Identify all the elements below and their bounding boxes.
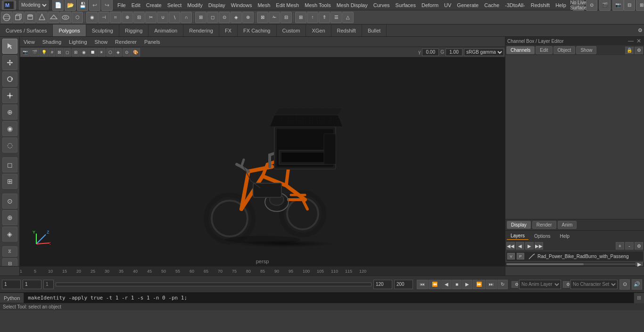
step-fwd-btn[interactable]: ⏩ <box>473 280 485 289</box>
ch-tab-object[interactable]: Object <box>553 46 576 54</box>
vp-lighting-btn[interactable]: ☀ <box>98 48 105 57</box>
menu-modify[interactable]: Modify <box>184 2 205 8</box>
layer-scrollbar-thumb[interactable] <box>506 263 584 265</box>
vp-menu-shading[interactable]: Shading <box>41 39 63 45</box>
vp-gamma-input[interactable] <box>422 49 439 56</box>
layer-scroll-right-btn[interactable]: ▶ <box>636 262 643 266</box>
ipr-icon[interactable]: 📷 <box>612 0 624 11</box>
tab-redshift[interactable]: Redshift <box>331 24 362 36</box>
menu-generate[interactable]: Generate <box>454 2 481 8</box>
target-weld-icon[interactable]: ⊙ <box>219 12 230 23</box>
toggle-normals-icon[interactable]: ⇑ <box>319 12 330 23</box>
vp-colorspace-select[interactable]: sRGB gamma <box>464 49 504 56</box>
vp-xray-btn[interactable]: ⊠ <box>56 48 63 57</box>
sphere-icon[interactable] <box>1 12 12 23</box>
tab-polygons[interactable]: Polygons <box>53 24 86 36</box>
menu-edit[interactable]: Edit <box>129 2 143 8</box>
vp-wireframe-btn[interactable]: ⊞ <box>72 48 80 57</box>
current-frame-input[interactable] <box>2 280 21 289</box>
panel-minimize-btn[interactable]: — <box>627 38 635 44</box>
layer-edit-btn[interactable] <box>528 252 536 260</box>
redo-icon[interactable]: ↪ <box>101 0 113 11</box>
gear-tab-icon[interactable]: ⚙ <box>636 24 644 36</box>
anim-layer-select[interactable]: No Anim Layer <box>519 280 561 289</box>
vp-menu-show[interactable]: Show <box>93 39 110 45</box>
undo-icon[interactable]: ↩ <box>89 0 100 11</box>
paint-tool-btn[interactable]: ◌ <box>2 138 17 153</box>
select-tool-btn[interactable] <box>2 39 17 54</box>
display-tab-render[interactable]: Render <box>532 221 556 229</box>
layer-add-btn[interactable]: + <box>616 242 624 250</box>
command-help-btn[interactable]: ⊞ <box>634 293 644 303</box>
layer-visibility-btn[interactable]: V <box>507 253 515 259</box>
workspace-selector[interactable]: Modeling <box>19 0 49 10</box>
cylinder-icon[interactable] <box>25 12 36 23</box>
display-tab-display[interactable]: Display <box>507 221 531 229</box>
snap-icon[interactable]: ⊙ <box>586 0 597 11</box>
extrude-icon[interactable]: ⊕ <box>122 12 133 23</box>
play-back-btn[interactable]: ◀ <box>441 280 452 289</box>
vp-menu-view[interactable]: View <box>22 39 37 45</box>
menu-help[interactable]: Help <box>553 2 569 8</box>
cleanup-icon[interactable]: ☰ <box>330 12 342 23</box>
play-fwd-btn[interactable]: ▶ <box>462 280 472 289</box>
uv-cut-icon[interactable]: ✁ <box>269 12 280 23</box>
vp-select-obj-btn[interactable]: ⬡ <box>107 48 114 57</box>
fill-hole-icon[interactable]: ◻ <box>207 12 218 23</box>
vp-film-btn[interactable]: 🎬 <box>30 48 39 57</box>
vp-select-comp-btn[interactable]: ◈ <box>115 48 122 57</box>
char-set-extra-btn[interactable]: ⊙ <box>619 279 630 290</box>
menu-mesh-display[interactable]: Mesh Display <box>334 2 371 8</box>
live-surface-btn[interactable]: No Live Surface <box>573 0 584 11</box>
vp-viewport-renderers[interactable]: 🎨 <box>131 48 140 57</box>
vp-grid-btn[interactable]: # <box>49 48 55 57</box>
layer-playback-btn[interactable]: P <box>517 253 524 259</box>
menu-cache[interactable]: Cache <box>481 2 502 8</box>
smooth-icon[interactable]: ◉ <box>86 12 98 23</box>
vp-isolate-btn[interactable]: ⊙ <box>123 48 131 57</box>
connect-icon[interactable]: ⊞ <box>195 12 206 23</box>
ch-tab-show[interactable]: Show <box>576 46 596 54</box>
playback-slider[interactable] <box>56 283 372 286</box>
universal-tool-btn[interactable]: ⊕ <box>2 105 17 120</box>
vp-display-btn[interactable]: ◻ <box>64 48 71 57</box>
playback-end-input[interactable] <box>394 280 413 289</box>
tab-xgen[interactable]: XGen <box>306 24 331 36</box>
menu-redshift[interactable]: Redshift <box>528 2 553 8</box>
menu-mesh-tools[interactable]: Mesh Tools <box>302 2 333 8</box>
snap-curve-btn[interactable]: ⊕ <box>2 210 17 225</box>
uv-unfold-icon[interactable]: ⊠ <box>257 12 268 23</box>
layer-nav-back-btn[interactable]: ◀ <box>516 242 524 250</box>
layer-settings-btn[interactable]: ⚙ <box>635 242 643 250</box>
render-icon[interactable]: 🎬 <box>599 0 611 11</box>
loop-btn[interactable]: ↻ <box>497 280 508 289</box>
char-set-sound-btn[interactable]: 🔊 <box>632 279 642 290</box>
layer-nav-prev-btn[interactable]: ◀◀ <box>506 242 515 250</box>
move-tool-btn[interactable] <box>2 55 17 70</box>
menu-file[interactable]: File <box>115 2 129 8</box>
layer-tab-options[interactable]: Options <box>530 233 554 240</box>
viewport-canvas[interactable]: persp Z X Y <box>20 57 505 266</box>
vp-gain-input[interactable] <box>446 49 462 56</box>
ch-settings-btn[interactable]: ⚙ <box>635 47 643 54</box>
bevel-icon[interactable]: ⌗ <box>110 12 121 23</box>
bool-union-icon[interactable]: ∪ <box>157 12 168 23</box>
character-set-select[interactable]: No Character Set <box>570 280 618 289</box>
save-file-icon[interactable]: 💾 <box>77 0 88 11</box>
layer-nav-next-btn[interactable]: ▶▶ <box>535 242 543 250</box>
char-set-settings-btn[interactable]: ⚙ <box>563 281 570 288</box>
menu-3dtool[interactable]: -3DtoAll- <box>502 2 528 8</box>
display-tab-anim[interactable]: Anim <box>558 221 577 229</box>
rewind-to-start-btn[interactable]: ⏮ <box>417 280 428 289</box>
fwd-to-end-btn[interactable]: ⏭ <box>486 280 497 289</box>
scale-tool-btn[interactable] <box>2 88 17 103</box>
layer-tab-help[interactable]: Help <box>556 233 573 240</box>
menu-create[interactable]: Create <box>143 2 165 8</box>
panel-close-btn[interactable]: ✕ <box>636 38 642 44</box>
vp-menu-renderer[interactable]: Renderer <box>113 39 139 45</box>
cube-icon[interactable] <box>13 12 24 23</box>
timeline-track[interactable]: 1 5 10 15 20 25 30 35 40 45 50 55 60 65 … <box>20 267 505 275</box>
layer-tab-layers[interactable]: Layers <box>507 232 528 240</box>
tab-rendering[interactable]: Rendering <box>183 24 219 36</box>
bool-int-icon[interactable]: ∩ <box>181 12 192 23</box>
